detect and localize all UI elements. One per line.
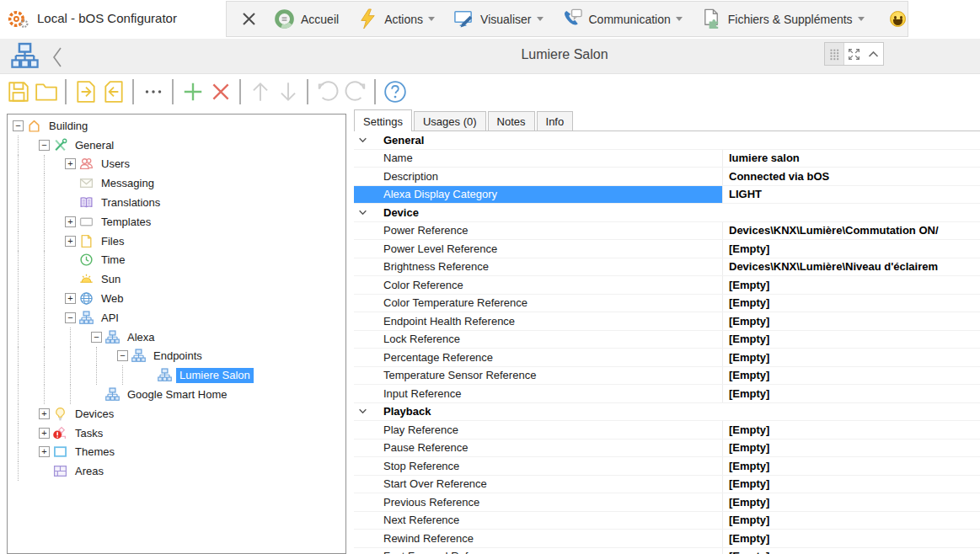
tree-item-devices[interactable]: +Devices <box>8 404 345 423</box>
property-label: Endpoint Health Reference <box>383 315 722 328</box>
open-folder-icon[interactable] <box>32 77 60 106</box>
collapse-expander-icon[interactable]: − <box>39 140 50 151</box>
tree-item-files[interactable]: +Files <box>8 232 345 251</box>
file-icon <box>79 234 94 248</box>
property-value: Connected via bOS <box>722 168 980 185</box>
collapse-expander-icon[interactable]: − <box>13 120 24 131</box>
tree-item-lumiere-salon[interactable]: Lumiere Salon <box>8 365 345 385</box>
tree-guide-line <box>13 232 39 251</box>
export-icon[interactable] <box>72 77 99 106</box>
property-row-percentage-reference[interactable]: Percentage Reference[Empty] <box>354 349 980 367</box>
chevron-down-icon <box>537 17 544 21</box>
close-icon[interactable] <box>238 9 259 29</box>
expand-expander-icon[interactable]: + <box>65 293 76 304</box>
tree-item-time[interactable]: Time <box>8 251 345 270</box>
property-row-fast-forward-reference[interactable]: Fast Forward Reference[Empty] <box>354 548 980 554</box>
collapse-expander-icon[interactable]: − <box>65 312 76 323</box>
tree-item-users[interactable]: +Users <box>8 155 345 174</box>
tab-info[interactable]: Info <box>537 111 574 131</box>
property-row-next-reference[interactable]: Next Reference[Empty] <box>354 512 980 530</box>
tree-view-icon[interactable] <box>11 42 39 70</box>
expand-expander-icon[interactable]: + <box>65 216 76 227</box>
collapse-icon[interactable] <box>864 43 883 65</box>
property-section-playback[interactable]: Playback <box>354 403 980 422</box>
grid-view-icon[interactable] <box>825 43 844 65</box>
chevron-down-icon <box>676 17 683 21</box>
toolbar-item-visualiser[interactable]: Visualiser <box>453 8 543 29</box>
property-row-start-over-reference[interactable]: Start Over Reference[Empty] <box>354 476 980 494</box>
import-icon[interactable] <box>99 77 127 106</box>
collapse-expander-icon[interactable]: − <box>91 332 102 343</box>
tree-item-areas[interactable]: Areas <box>8 461 345 481</box>
tree-guide-line <box>39 251 65 270</box>
save-icon[interactable] <box>4 77 32 106</box>
property-value: [Empty] <box>722 240 980 258</box>
property-value: [Empty] <box>722 421 980 439</box>
chevron-down-icon <box>358 407 369 416</box>
property-section-device[interactable]: Device <box>354 204 980 222</box>
toolbar-separator <box>239 79 241 104</box>
property-row-pause-reference[interactable]: Pause Reference[Empty] <box>354 439 980 458</box>
help-icon[interactable] <box>381 77 409 106</box>
property-row-alexa-display-category[interactable]: Alexa Display CategoryLIGHT <box>354 186 980 205</box>
toolbar-item-fichiers-supplements[interactable]: Fichiers & Suppléments <box>701 8 865 29</box>
property-row-power-level-reference[interactable]: Power Level Reference[Empty] <box>354 240 980 258</box>
back-button[interactable] <box>51 45 64 68</box>
smiley-icon[interactable] <box>890 11 906 27</box>
property-row-name[interactable]: Namelumiere salon <box>354 150 980 168</box>
tree-item-themes[interactable]: +Themes <box>8 443 345 462</box>
expand-expander-icon[interactable]: + <box>39 446 50 457</box>
tree-item-web[interactable]: +Web <box>8 289 345 308</box>
tree-item-tasks[interactable]: +Tasks <box>8 423 345 443</box>
expand-expander-icon[interactable]: + <box>39 428 50 439</box>
move-down-icon[interactable] <box>274 77 302 106</box>
tree-item-google-smart-home[interactable]: Google Smart Home <box>8 385 345 404</box>
property-row-stop-reference[interactable]: Stop Reference[Empty] <box>354 457 980 476</box>
property-row-previous-reference[interactable]: Previous Reference[Empty] <box>354 493 980 512</box>
add-icon[interactable] <box>179 77 206 106</box>
tree-item-sun[interactable]: Sun <box>8 269 345 289</box>
move-up-icon[interactable] <box>246 77 274 106</box>
toolbar-item-communication[interactable]: Communication <box>562 8 683 29</box>
expand-expander-icon[interactable]: + <box>65 236 76 247</box>
property-value: [Empty] <box>722 385 980 402</box>
property-row-brightness-reference[interactable]: Brightness ReferenceDevices\KNX\Lumière\… <box>354 258 980 277</box>
tab-notes[interactable]: Notes <box>488 111 535 131</box>
property-row-power-reference[interactable]: Power ReferenceDevices\KNX\Lumière\Commu… <box>354 222 980 241</box>
property-row-lock-reference[interactable]: Lock Reference[Empty] <box>354 331 980 349</box>
property-row-temperature-sensor-reference[interactable]: Temperature Sensor Reference[Empty] <box>354 367 980 386</box>
tree-item-building[interactable]: −Building <box>8 116 345 136</box>
expand-expander-icon[interactable]: + <box>65 158 76 169</box>
property-row-input-reference[interactable]: Input Reference[Empty] <box>354 385 980 403</box>
expand-expander-icon[interactable]: + <box>39 408 50 419</box>
tree-item-label: Templates <box>98 214 154 229</box>
redo-icon[interactable] <box>341 77 369 106</box>
property-row-description[interactable]: DescriptionConnected via bOS <box>354 168 980 186</box>
users-icon <box>79 157 94 171</box>
property-row-rewind-reference[interactable]: Rewind Reference[Empty] <box>354 530 980 548</box>
delete-icon[interactable] <box>206 77 234 106</box>
tree-item-general[interactable]: −General <box>8 136 345 155</box>
property-row-endpoint-health-reference[interactable]: Endpoint Health Reference[Empty] <box>354 312 980 331</box>
tree-item-translations[interactable]: Translations <box>8 193 345 212</box>
tree-item-messaging[interactable]: Messaging <box>8 173 345 193</box>
tab-usages-0[interactable]: Usages (0) <box>414 111 486 131</box>
tree-item-endpoints[interactable]: −Endpoints <box>8 347 345 366</box>
more-options-icon[interactable] <box>139 77 167 106</box>
collapse-expander-icon[interactable]: − <box>117 350 128 361</box>
tab-settings[interactable]: Settings <box>354 109 412 131</box>
tree-item-alexa[interactable]: −Alexa <box>8 328 345 347</box>
toolbar-item-accueil[interactable]: Accueil <box>274 8 339 29</box>
tree-item-templates[interactable]: +Templates <box>8 212 345 232</box>
expand-icon[interactable] <box>844 43 864 65</box>
property-section-general[interactable]: General <box>354 131 980 150</box>
toolbar-item-actions[interactable]: Actions <box>357 8 435 29</box>
home-status-icon <box>274 8 295 29</box>
tree-item-api[interactable]: −API <box>8 308 345 328</box>
tree-guide-line <box>65 365 91 385</box>
property-row-color-reference[interactable]: Color Reference[Empty] <box>354 276 980 295</box>
lightning-icon <box>357 8 378 29</box>
undo-icon[interactable] <box>313 77 341 106</box>
property-row-play-reference[interactable]: Play Reference[Empty] <box>354 421 980 439</box>
property-row-color-temperature-reference[interactable]: Color Temperature Reference[Empty] <box>354 295 980 313</box>
